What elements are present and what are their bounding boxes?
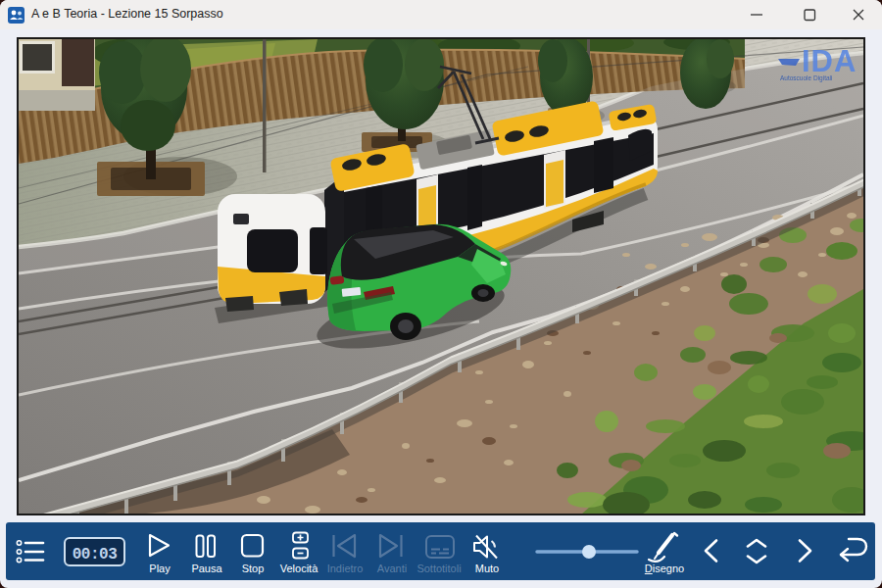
svg-text:Autoscuole Digitali: Autoscuole Digitali: [780, 74, 832, 82]
svg-text:00:03: 00:03: [73, 546, 118, 564]
svg-text:IDA: IDA: [802, 44, 857, 78]
